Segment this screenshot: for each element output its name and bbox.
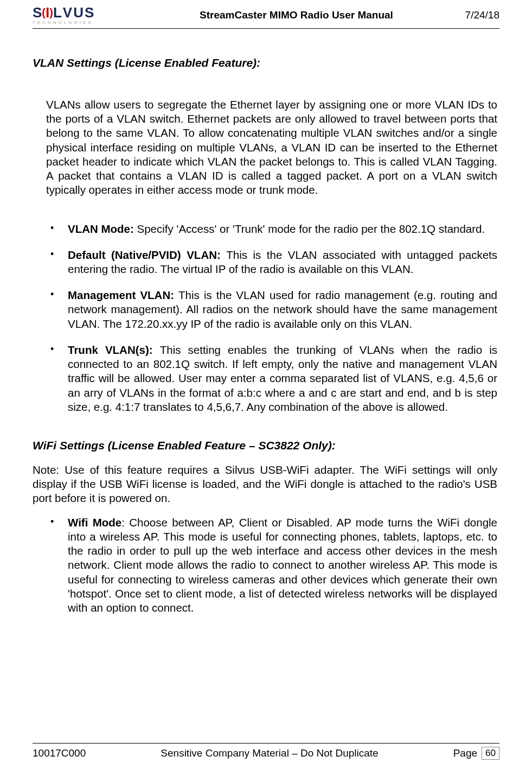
- page-footer: 10017C000 Sensitive Company Material – D…: [33, 743, 499, 760]
- footer-confidentiality: Sensitive Company Material – Do Not Dupl…: [161, 747, 378, 759]
- list-item: Wifi Mode: Choose between AP, Client or …: [46, 516, 497, 615]
- page-number: 60: [482, 747, 499, 760]
- document-date: 7/24/18: [465, 9, 499, 21]
- bullet-label: VLAN Mode:: [68, 223, 137, 235]
- bullet-label: Wifi Mode: [68, 516, 121, 529]
- list-item: Trunk VLAN(s): This setting enables the …: [46, 343, 497, 414]
- company-logo: S(I)LVUS TECHNOLOGIES: [33, 5, 95, 25]
- page-label: Page: [453, 747, 477, 759]
- page-header: S(I)LVUS TECHNOLOGIES StreamCaster MIMO …: [33, 0, 499, 29]
- vlan-bullet-list: VLAN Mode: Specify 'Access' or 'Trunk' m…: [33, 222, 499, 415]
- list-item: VLAN Mode: Specify 'Access' or 'Trunk' m…: [46, 222, 497, 236]
- logo-text: S(I)LVUS: [33, 5, 95, 20]
- bullet-text: : Choose between AP, Client or Disabled.…: [68, 516, 497, 614]
- bullet-text: Specify 'Access' or 'Trunk' mode for the…: [137, 223, 485, 235]
- wifi-note-paragraph: Note: Use of this feature requires a Sil…: [33, 463, 499, 506]
- bullet-label: Management VLAN:: [68, 289, 178, 301]
- section-heading-wifi: WiFi Settings (License Enabled Feature –…: [33, 439, 499, 453]
- vlan-intro-paragraph: VLANs allow users to segregate the Ether…: [33, 98, 499, 198]
- bullet-label: Default (Native/PVID) VLAN:: [68, 249, 226, 261]
- list-item: Default (Native/PVID) VLAN: This is the …: [46, 248, 497, 276]
- footer-page-info: Page 60: [453, 747, 499, 760]
- document-title: StreamCaster MIMO Radio User Manual: [95, 9, 465, 21]
- bullet-label: Trunk VLAN(s):: [68, 344, 160, 356]
- section-heading-vlan: VLAN Settings (License Enabled Feature):: [33, 56, 499, 71]
- wifi-bullet-list: Wifi Mode: Choose between AP, Client or …: [33, 516, 499, 615]
- list-item: Management VLAN: This is the VLAN used f…: [46, 288, 497, 331]
- page-content: VLAN Settings (License Enabled Feature):…: [33, 56, 499, 615]
- logo-subtext: TECHNOLOGIES: [33, 21, 95, 25]
- footer-doc-id: 10017C000: [33, 747, 86, 759]
